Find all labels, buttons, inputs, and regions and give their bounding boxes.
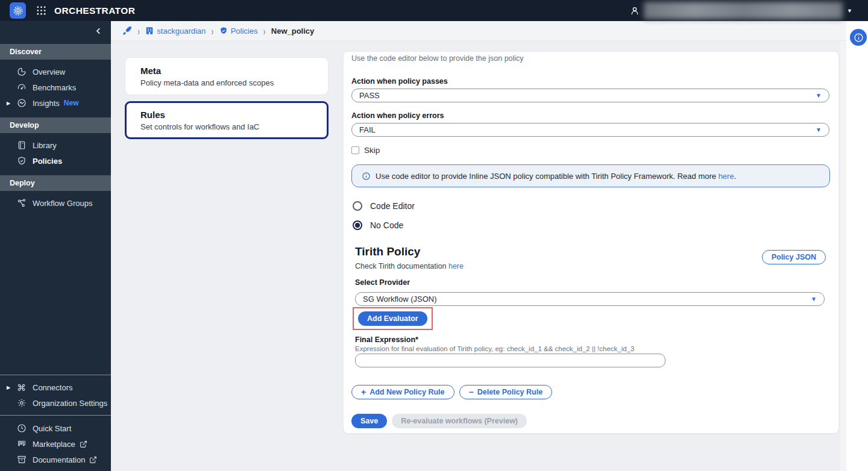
sidebar-item-label: Library	[33, 141, 57, 150]
breadcrumb-org-link[interactable]: stackguardian	[145, 27, 206, 36]
archive-icon	[17, 455, 27, 464]
skip-label: Skip	[364, 146, 380, 155]
sidebar-item-label: Benchmarks	[33, 83, 76, 92]
chevron-down-icon[interactable]: ▼	[847, 8, 852, 14]
rocket-icon[interactable]	[122, 26, 132, 36]
chevron-down-icon: ▼	[816, 92, 822, 99]
rules-tab-card[interactable]: Rules Set controls for workflows and IaC	[125, 101, 329, 139]
action-errors-select[interactable]: FAIL ▼	[351, 123, 829, 137]
sidebar-item-policies[interactable]: Policies	[0, 153, 111, 169]
sidebar-item-label: Policies	[33, 157, 62, 166]
shield-check-icon	[17, 156, 27, 166]
rule-buttons-row: + Add New Policy Rule − Delete Policy Ru…	[351, 385, 552, 399]
sidebar-item-marketplace[interactable]: Marketplace	[0, 436, 111, 452]
sidebar-item-insights[interactable]: ▶ Insights New	[0, 95, 111, 111]
chevron-down-icon: ▼	[816, 126, 822, 133]
sidebar-section-develop: Develop	[0, 117, 111, 133]
sidebar-item-label: Organization Settings	[33, 399, 107, 408]
activity-icon	[17, 98, 27, 108]
breadcrumb-separator: ›	[263, 25, 265, 37]
sidebar-item-label: Workflow Groups	[33, 199, 92, 208]
sidebar-item-label: Overview	[33, 67, 65, 76]
info-icon	[854, 33, 864, 43]
no-code-radio[interactable]	[353, 220, 362, 230]
sidebar-item-label: Documentation	[33, 455, 85, 464]
chevron-down-icon: ▼	[811, 296, 817, 302]
apps-grid-icon[interactable]	[36, 5, 46, 16]
breadcrumb-current: New_policy	[271, 27, 315, 36]
external-link-icon	[80, 440, 87, 448]
add-evaluator-button[interactable]: Add Evaluator	[358, 311, 427, 326]
info-icon	[362, 172, 371, 181]
sidebar-item-label: Quick Start	[33, 424, 71, 433]
save-button[interactable]: Save	[351, 414, 387, 428]
code-editor-radio[interactable]	[353, 201, 362, 211]
sidebar-item-benchmarks[interactable]: Benchmarks	[0, 80, 111, 95]
expand-caret-icon[interactable]: ▶	[7, 385, 10, 390]
sidebar-item-workflow-groups[interactable]: Workflow Groups	[0, 195, 111, 211]
delete-policy-rule-button[interactable]: − Delete Policy Rule	[459, 385, 553, 399]
sidebar-item-overview[interactable]: Overview	[0, 64, 111, 80]
book-icon	[17, 140, 27, 150]
code-editor-option[interactable]: Code Editor	[353, 201, 415, 211]
code-editor-note: Use the code editor below to provide the…	[351, 54, 524, 63]
sidebar-item-label: Connectors	[33, 383, 72, 392]
info-banner: Use code editor to provide Inline JSON p…	[351, 164, 830, 187]
meta-tab-card[interactable]: Meta Policy meta-data and enforced scope…	[125, 57, 329, 95]
gauge-icon	[17, 83, 27, 92]
rules-card-title: Rules	[140, 110, 327, 120]
app-logo-icon[interactable]	[10, 2, 26, 19]
breadcrumb-separator: ›	[211, 25, 213, 37]
sidebar-item-label: Marketplace	[33, 440, 75, 449]
sidebar-item-library[interactable]: Library	[0, 137, 111, 153]
redacted-account-info	[644, 2, 843, 19]
sidebar-item-documentation[interactable]: Documentation	[0, 452, 111, 467]
pie-chart-icon	[17, 67, 27, 76]
minus-icon: −	[469, 387, 474, 397]
meta-card-subtitle: Policy meta-data and enforced scopes	[140, 78, 328, 87]
new-badge: New	[64, 99, 79, 107]
skip-checkbox[interactable]	[351, 146, 359, 154]
user-icon	[630, 6, 640, 16]
final-expression-label: Final Expression*	[355, 335, 418, 344]
sidebar-item-organization-settings[interactable]: Organization Settings	[0, 395, 111, 411]
no-code-option[interactable]: No Code	[353, 220, 403, 230]
app-title: ORCHESTRATOR	[54, 5, 135, 16]
sidebar-collapse-icon[interactable]	[93, 26, 104, 36]
account-menu[interactable]: ▼	[630, 1, 852, 20]
final-expression-input[interactable]	[355, 354, 665, 367]
breadcrumb: › stackguardian › Policies › New_policy	[111, 21, 846, 41]
code-editor-radio-label: Code Editor	[370, 201, 415, 211]
select-provider-label: Select Provider	[355, 278, 410, 287]
gear-icon	[17, 398, 27, 408]
provider-select[interactable]: SG Workflow (JSON) ▼	[355, 292, 825, 306]
add-new-policy-rule-button[interactable]: + Add New Policy Rule	[351, 385, 454, 399]
breadcrumb-separator: ›	[137, 25, 140, 37]
save-row: Save Re-evaluate workflows (Preview)	[351, 414, 527, 428]
tirith-doc-line: Check Tirith documentation here	[355, 262, 464, 270]
rules-card-subtitle: Set controls for workflows and IaC	[140, 122, 327, 131]
sidebar-section-discover: Discover	[0, 44, 111, 60]
sidebar-item-label: Insights	[33, 99, 60, 108]
tirith-policy-title: Tirith Policy	[355, 245, 420, 258]
workflow-nodes-icon	[17, 198, 27, 208]
info-button[interactable]	[850, 29, 867, 46]
plus-icon: +	[361, 387, 366, 397]
scrollbar-track[interactable]	[840, 41, 846, 471]
right-gutter	[846, 21, 868, 471]
meta-card-title: Meta	[140, 66, 328, 76]
sidebar-item-quick-start[interactable]: Quick Start	[0, 420, 111, 436]
clock-icon	[17, 423, 27, 433]
final-expression-hint: Expression for final evaluation of Tirit…	[355, 345, 634, 352]
banner-here-link[interactable]: here	[719, 172, 734, 181]
action-pass-select[interactable]: PASS ▼	[351, 89, 829, 102]
top-bar: ORCHESTRATOR ▼	[0, 0, 868, 21]
breadcrumb-policies-link[interactable]: Policies	[219, 27, 258, 36]
shield-icon	[219, 27, 228, 35]
policy-json-button[interactable]: Policy JSON	[762, 250, 826, 264]
expand-caret-icon[interactable]: ▶	[7, 101, 10, 106]
tirith-doc-here-link[interactable]: here	[448, 262, 464, 270]
sidebar-item-connectors[interactable]: ▶ ⌘ Connectors	[0, 379, 111, 395]
banner-text: Use code editor to provide Inline JSON p…	[376, 172, 719, 181]
external-link-icon	[89, 456, 97, 464]
